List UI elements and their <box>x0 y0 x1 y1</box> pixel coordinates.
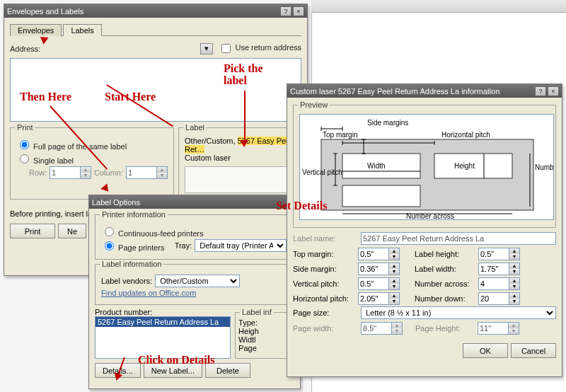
titlebar[interactable]: Label Options <box>89 195 300 209</box>
address-book-icon[interactable]: ▾ <box>200 43 213 54</box>
label-info-legend: Label information <box>100 260 163 268</box>
label-name-input <box>361 232 556 245</box>
ruler <box>311 0 566 13</box>
address-label: Address: <box>10 45 40 53</box>
horizontal-pitch-label: Horizontal pitch: <box>293 294 358 303</box>
svg-text:Vertical pitch: Vertical pitch <box>302 168 342 176</box>
page-height-spin: ▲▼ <box>478 322 519 335</box>
label-name-label: Label name: <box>293 234 358 243</box>
horizontal-pitch-spin[interactable]: ▲▼ <box>358 292 415 305</box>
ok-button[interactable]: OK <box>463 343 508 358</box>
dialog-title: Label Options <box>92 198 140 207</box>
new-label-button[interactable]: New Label... <box>144 363 202 378</box>
dialog-title: Custom laser 5267 Easy Peel Return Addre… <box>290 87 500 96</box>
titlebar[interactable]: Custom laser 5267 Easy Peel Return Addre… <box>287 84 562 98</box>
tray-label: Tray: <box>175 241 192 250</box>
help-icon[interactable]: ? <box>535 86 546 96</box>
address-textarea[interactable] <box>10 58 301 122</box>
column-spin: ▲▼ <box>126 166 168 179</box>
label-options-dialog: Label Options Printer information Contin… <box>88 195 301 389</box>
column-label: Column: <box>94 168 123 177</box>
label-group-legend: Label <box>183 123 207 132</box>
vertical-pitch-spin[interactable]: ▲▼ <box>358 277 415 290</box>
page-width-label: Page width: <box>293 324 358 333</box>
tabstrip: Envelopes Labels <box>10 23 301 36</box>
page-size-label: Page size: <box>293 309 358 317</box>
svg-text:Side margins: Side margins <box>367 119 408 127</box>
page-height-label: Page Height: <box>415 324 475 333</box>
label-summary-line1[interactable]: Other/Custom, 5267 Easy Peel Ret… <box>185 137 295 154</box>
product-selected[interactable]: 5267 Easy Peel Return Address La <box>96 317 230 327</box>
height-label: Heigh <box>238 327 291 335</box>
width-label: Widtl <box>238 335 291 344</box>
titlebar[interactable]: Envelopes and Labels ? × <box>4 4 307 18</box>
row-label: Row: <box>29 168 47 177</box>
tray-select[interactable]: Default tray (Printer Auto S <box>195 239 287 252</box>
number-down-spin[interactable]: ▲▼ <box>478 292 535 305</box>
label-information-dialog: Custom laser 5267 Easy Peel Return Addre… <box>287 83 562 377</box>
full-page-radio[interactable]: Full page of the same label <box>16 138 127 151</box>
svg-text:Height: Height <box>454 162 475 170</box>
print-group-legend: Print <box>15 123 35 132</box>
product-number-listbox[interactable]: 5267 Easy Peel Return Address La <box>95 316 231 359</box>
label-height-label: Label height: <box>415 250 478 258</box>
details-button[interactable]: Details... <box>95 363 141 378</box>
page-label: Page <box>238 344 291 352</box>
page-printers-radio[interactable]: Page printers <box>101 239 165 252</box>
continuous-radio[interactable]: Continuous-feed printers <box>101 225 204 238</box>
side-margin-label: Side margin: <box>293 265 358 273</box>
vendors-label: Label vendors: <box>101 277 152 285</box>
top-margin-spin[interactable]: ▲▼ <box>358 248 415 260</box>
label-width-spin[interactable]: ▲▼ <box>478 263 535 275</box>
dialog-title: Envelopes and Labels <box>7 7 83 16</box>
label-width-label: Label width: <box>415 265 478 273</box>
delete-button[interactable]: Delete <box>205 363 250 378</box>
page-size-select[interactable]: Letter (8 ½ x 11 in) <box>361 306 556 319</box>
page-width-spin: ▲▼ <box>361 322 403 335</box>
label-summary-line2: Custom laser <box>185 154 295 162</box>
preview-diagram: Side margins Top margin Horizontal pitch… <box>299 114 554 220</box>
label-preview-thumb[interactable] <box>185 166 295 193</box>
new-document-button[interactable]: Ne <box>58 224 86 238</box>
print-button[interactable]: Print <box>10 224 55 238</box>
vertical-pitch-label: Vertical pitch: <box>293 279 358 288</box>
help-icon[interactable]: ? <box>280 6 291 16</box>
office-updates-link[interactable]: Find updates on Office.com <box>101 289 196 297</box>
top-margin-label: Top margin: <box>293 250 358 258</box>
number-down-label: Number down: <box>415 294 478 303</box>
printer-info-legend: Printer information <box>100 210 168 219</box>
use-return-checkbox[interactable]: Use return address <box>219 42 301 55</box>
label-inf-legend: Label inf <box>240 308 274 316</box>
tab-envelopes[interactable]: Envelopes <box>10 24 62 36</box>
number-across-spin[interactable]: ▲▼ <box>478 277 535 290</box>
svg-text:Top margin: Top margin <box>323 131 357 139</box>
close-icon[interactable]: × <box>293 6 304 16</box>
close-icon[interactable]: × <box>548 86 559 96</box>
svg-text:Width: Width <box>367 162 386 170</box>
tab-labels[interactable]: Labels <box>63 24 101 36</box>
label-height-spin[interactable]: ▲▼ <box>478 248 535 260</box>
svg-rect-3 <box>342 185 420 207</box>
side-margin-spin[interactable]: ▲▼ <box>358 263 415 275</box>
single-label-radio[interactable]: Single label <box>16 152 74 165</box>
product-number-label: Product number: <box>95 308 231 316</box>
cancel-button[interactable]: Cancel <box>511 343 556 358</box>
type-label: Type: <box>238 318 291 327</box>
svg-text:Number down: Number down <box>535 163 554 171</box>
row-spin: ▲▼ <box>50 166 91 179</box>
preview-legend: Preview <box>298 100 330 109</box>
number-across-label: Number across: <box>415 279 478 288</box>
vendors-select[interactable]: Other/Custom <box>155 275 240 287</box>
svg-text:Horizontal pitch: Horizontal pitch <box>441 131 490 139</box>
